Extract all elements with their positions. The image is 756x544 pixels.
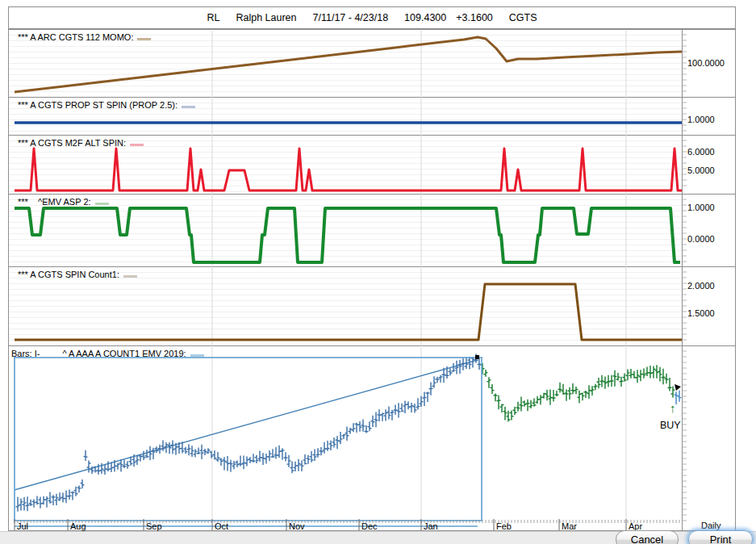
axis-label-emv-asp-2: 1.0000 xyxy=(687,203,715,212)
month-label-jul: Jul xyxy=(17,521,28,531)
panel-label-prop-st-spin: *** A CGTS PROP ST SPIN (PROP 2.5): xyxy=(18,100,195,110)
month-label-dec: Dec xyxy=(361,521,378,531)
label-dash xyxy=(130,144,144,146)
label-dash xyxy=(182,106,195,108)
buy-arrow-icon: ↑ xyxy=(670,401,676,415)
last-price: 109.4300 xyxy=(404,12,446,23)
print-button[interactable]: Print xyxy=(688,530,753,544)
month-label-aug: Aug xyxy=(70,521,86,531)
company-name: Ralph Lauren xyxy=(236,12,296,23)
month-label-nov: Nov xyxy=(289,521,305,531)
system-name: CGTS xyxy=(509,12,537,23)
month-label-jan: Jan xyxy=(424,521,438,531)
panel-label-emv-asp-2: *** ^EMV ASP 2: xyxy=(18,197,109,207)
chart-print-window: { "title_bar": { "symbol": "RL", "name":… xyxy=(0,0,756,544)
panel-label-price: Bars: I-^ A AAA A COUNT1 EMV 2019: xyxy=(11,349,204,358)
title-bar: RL Ralph Lauren 7/11/17 - 4/23/18 109.43… xyxy=(8,6,736,29)
label-dash xyxy=(123,275,137,278)
axis-m2f-alt-spin xyxy=(682,135,736,195)
label-dash xyxy=(95,203,109,205)
month-label-oct: Oct xyxy=(215,521,228,531)
axis-label-spin-count1: 2.0000 xyxy=(687,281,715,291)
axis-price xyxy=(682,345,736,531)
panel-emv-asp-2 xyxy=(8,194,683,267)
buy-label: BUY xyxy=(660,420,681,431)
axis-label-m2f-alt-spin: 5.0000 xyxy=(687,165,715,175)
date-range: 7/11/17 - 4/23/18 xyxy=(313,12,389,23)
panel-price xyxy=(8,345,683,531)
label-dash xyxy=(137,38,151,40)
axis-label-prop-st-spin: 1.0000 xyxy=(687,115,715,124)
price-change: +3.1600 xyxy=(456,12,493,23)
cancel-button[interactable]: Cancel xyxy=(616,530,679,544)
axis-label-momo: 100.0000 xyxy=(687,58,725,68)
panel-label-m2f-alt-spin: *** A CGTS M2F ALT SPIN: xyxy=(18,138,144,148)
ticker-symbol: RL xyxy=(207,12,219,23)
month-label-feb: Feb xyxy=(496,521,512,531)
axis-label-emv-asp-2: 0.0000 xyxy=(687,234,715,244)
axis-label-m2f-alt-spin: 6.0000 xyxy=(687,147,715,157)
month-label-mar: Mar xyxy=(562,521,577,531)
axis-spin-count1 xyxy=(682,266,736,346)
label-dash xyxy=(190,354,204,357)
period-label: Daily xyxy=(701,521,720,530)
axis-label-spin-count1: 1.5000 xyxy=(687,308,715,318)
panel-label-momo: *** A ARC CGTS 112 MOMO: xyxy=(18,32,151,42)
panel-label-spin-count1: *** A CGTS SPIN Count1: xyxy=(18,270,137,279)
month-label-sep: Sep xyxy=(146,521,162,531)
